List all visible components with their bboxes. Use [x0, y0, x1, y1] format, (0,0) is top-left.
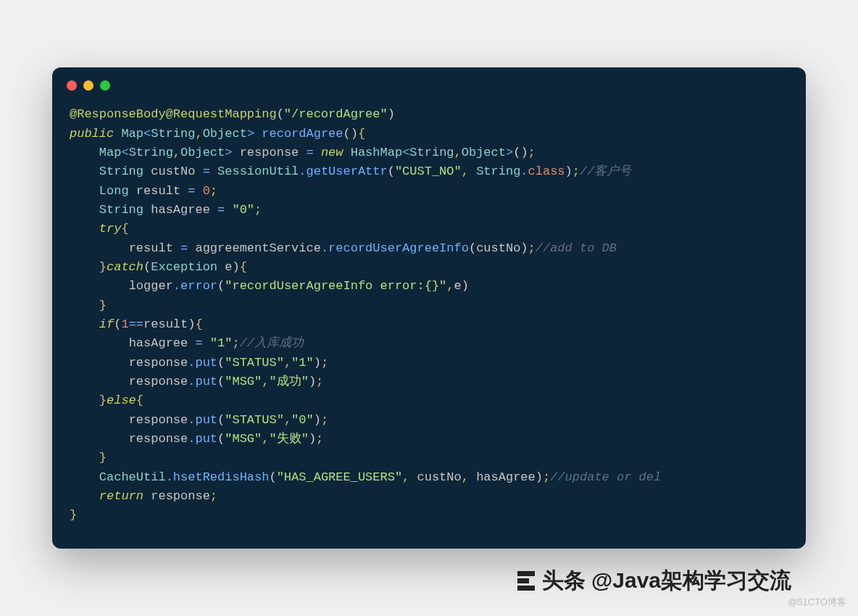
code-token: [70, 241, 129, 255]
code-line: String hasAgree = "0";: [70, 201, 788, 220]
code-token: ;: [543, 470, 550, 484]
code-token: [70, 375, 129, 388]
code-line: CacheUtil.hsetRedisHash("HAS_AGREE_USERS…: [70, 468, 788, 487]
code-token: .: [166, 470, 173, 484]
code-token: CacheUtil: [99, 470, 166, 484]
code-line: }: [70, 506, 788, 525]
code-token: ,: [195, 127, 202, 141]
code-token: ): [309, 432, 316, 446]
code-token: String: [99, 165, 143, 178]
code-token: [254, 127, 262, 141]
code-token: "成功": [269, 375, 308, 388]
code-token: =: [195, 336, 202, 350]
code-token: recordAgree: [262, 127, 343, 141]
code-line: if(1==result){: [70, 315, 788, 334]
code-token: response: [129, 413, 188, 427]
code-line: response.put("MSG","失败");: [70, 430, 788, 449]
close-icon[interactable]: [67, 80, 77, 91]
code-token: ==: [129, 317, 143, 331]
code-token: "0": [291, 413, 314, 427]
code-token: Exception: [151, 260, 217, 274]
code-line: Long result = 0;: [70, 182, 788, 201]
minimize-icon[interactable]: [83, 80, 93, 91]
code-token: [70, 451, 99, 465]
code-token: ,: [173, 146, 180, 159]
code-token: [70, 489, 99, 503]
code-token: [70, 470, 99, 484]
code-token: response: [129, 375, 188, 388]
code-block: @ResponseBody@RequestMapping("/recordAgr…: [52, 96, 806, 549]
code-token: "MSG": [225, 432, 262, 446]
code-token: put: [195, 432, 217, 446]
code-token: HashMap: [351, 146, 402, 159]
code-token: {: [240, 260, 247, 274]
code-token: ): [188, 317, 195, 331]
code-token: ): [520, 241, 528, 255]
code-token: (: [388, 165, 395, 178]
code-line: }else{: [70, 391, 788, 410]
code-token: .: [520, 165, 528, 178]
code-token: [70, 260, 99, 274]
code-line: Map<String,Object> response = new HashMa…: [70, 143, 788, 162]
code-line: hasAgree = "1";//入库成功: [70, 334, 788, 353]
code-token: (: [114, 317, 121, 331]
code-token: .: [173, 279, 180, 293]
code-token: "0": [232, 203, 254, 217]
code-token: hasAgree: [129, 336, 196, 350]
code-token: "1": [291, 356, 314, 370]
code-token: }: [99, 299, 107, 312]
code-token: ,: [262, 432, 269, 446]
code-token: //update or del: [550, 470, 661, 484]
code-token: "STATUS": [225, 356, 284, 370]
code-token: result: [143, 317, 188, 331]
code-token: =: [307, 146, 314, 159]
code-line: }: [70, 449, 788, 467]
code-token: response: [240, 146, 307, 159]
code-token: custNo: [476, 241, 520, 255]
code-token: logger: [129, 279, 173, 293]
code-token: ;: [528, 146, 536, 159]
code-token: {: [121, 222, 128, 236]
code-token: <: [402, 146, 409, 159]
code-token: [343, 146, 351, 159]
code-token: ;: [321, 356, 328, 370]
code-token: recordUserAgreeInfo: [328, 241, 469, 255]
watermark-text: @51CTO博客: [788, 596, 846, 609]
code-token: e: [225, 260, 232, 274]
code-token: "STATUS": [225, 413, 284, 427]
code-token: ): [462, 279, 469, 293]
code-token: if: [99, 317, 114, 331]
code-token: [70, 336, 129, 350]
code-token: [70, 165, 99, 178]
code-token: (: [217, 279, 225, 293]
code-token: Object: [203, 127, 247, 141]
maximize-icon[interactable]: [100, 80, 110, 91]
code-token: Object: [180, 146, 225, 159]
attribution-text: 头条 @Java架构学习交流: [542, 566, 791, 596]
code-token: ;: [254, 203, 262, 217]
code-token: String: [99, 203, 143, 217]
code-line: }: [70, 296, 788, 315]
code-token: [70, 356, 129, 370]
code-token: (): [343, 127, 358, 141]
code-token: .: [188, 356, 195, 370]
code-token: ;: [528, 241, 536, 255]
code-token: //客户号: [580, 165, 631, 178]
code-token: String: [151, 127, 195, 141]
code-token: [70, 394, 99, 407]
attribution-footer: 头条 @Java架构学习交流: [517, 566, 791, 596]
code-token: {: [136, 394, 143, 407]
code-token: [70, 317, 99, 331]
code-token: (: [217, 432, 225, 446]
code-token: ;: [316, 375, 323, 388]
code-token: SessionUtil: [217, 165, 299, 178]
code-token: [210, 165, 217, 178]
code-token: }: [99, 394, 107, 407]
code-token: ,: [446, 279, 454, 293]
code-token: (: [469, 241, 476, 255]
code-token: getUserAttr: [306, 165, 387, 178]
code-token: ;: [210, 489, 217, 503]
code-token: [70, 222, 99, 236]
code-token: ,: [402, 470, 417, 484]
code-token: [225, 203, 232, 217]
